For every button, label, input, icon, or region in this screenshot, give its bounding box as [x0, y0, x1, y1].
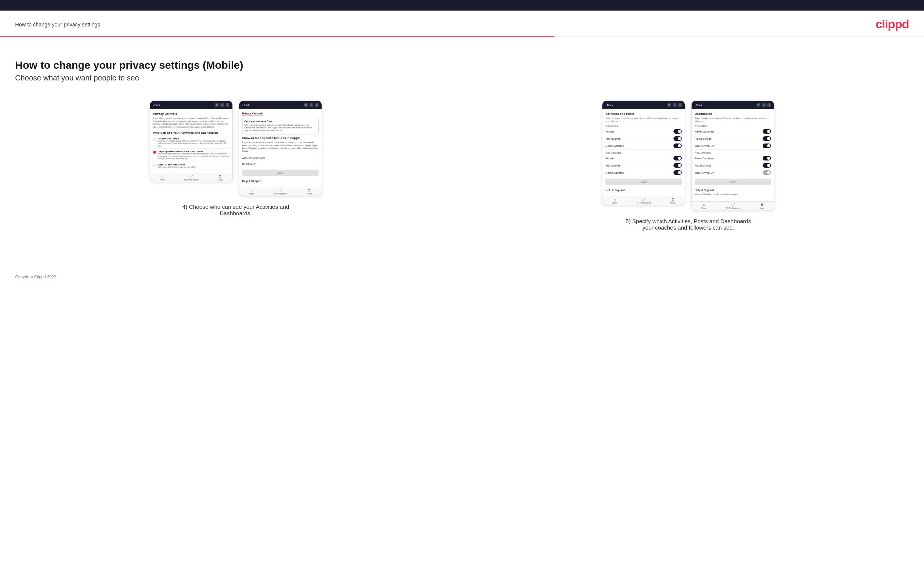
page-title: How to change your privacy settings (Mob…: [15, 59, 909, 71]
nav-performance-2[interactable]: 📈 My Performance: [274, 189, 288, 195]
followers-work-on-toggle[interactable]: [762, 170, 771, 175]
nav-performance-label-4: My Performance: [726, 207, 740, 209]
radio-you-coach-text: Only You and Your Coach Only you and the…: [158, 163, 229, 168]
ms1-icons: 🔍 👤 ⚙: [215, 103, 229, 107]
followers-player-toggle[interactable]: [762, 156, 771, 161]
followers-round-insights-toggle[interactable]: [762, 163, 771, 168]
settings-icon: ⚙: [226, 103, 229, 107]
nav-menu-4[interactable]: ☰ Menu: [759, 203, 764, 209]
dashboards-label: Dashboards: [242, 163, 257, 165]
nav-performance[interactable]: 📈 My Performance: [184, 175, 199, 181]
followers-manual-toggle[interactable]: [674, 170, 682, 175]
ms2-icons: 🔍 👤 ⚙: [304, 103, 318, 107]
ms2-popup-text: Only you and the coaches you connect wit…: [244, 124, 316, 132]
ms4-save[interactable]: Save: [695, 179, 771, 185]
nav-home-2[interactable]: ⌂ Home: [249, 189, 254, 195]
nav-performance-label-2: My Performance: [274, 193, 288, 195]
coaches-drills-label: Practice Drills: [606, 137, 620, 140]
ms4-nav: ⌂ Home 📈 My Performance ☰ Menu: [691, 201, 774, 210]
settings-icon-2: ⚙: [315, 103, 318, 107]
ms1-body-text: Control how you and your data appears to…: [153, 117, 229, 129]
coaches-player-toggle[interactable]: [762, 129, 771, 134]
footer: Copyright Clippd 2022: [0, 269, 924, 285]
nav-home-4[interactable]: ⌂ Home: [701, 203, 706, 209]
person-icon: 👤: [220, 103, 224, 107]
toggle-coaches-round-insights: Round Insights: [695, 135, 771, 142]
person-icon-3: 👤: [673, 103, 677, 107]
person-icon-4: 👤: [762, 103, 766, 107]
nav-menu-2[interactable]: ☰ Menu: [307, 189, 312, 195]
menu-icon-4: ☰: [761, 203, 763, 206]
ms3-body: Activities and Posts Select the types of…: [603, 109, 685, 196]
arrow-dashboards[interactable]: Dashboards ›: [242, 161, 318, 167]
menu-icon-2: ☰: [308, 189, 311, 192]
nav-home[interactable]: ⌂ Home: [160, 175, 165, 181]
ms2-save[interactable]: Save: [242, 169, 318, 176]
top-bar: [0, 0, 924, 11]
nav-menu-3[interactable]: ☰ Menu: [670, 198, 675, 204]
ms3-nav: ⌂ Home 📈 My Performance ☰ Menu: [603, 196, 685, 205]
coaches-work-on-toggle[interactable]: [762, 143, 771, 148]
ms4-coaches-label: COACHES: [695, 125, 771, 127]
option-you-coach[interactable]: Only You and Your Coach Only you and the…: [153, 162, 229, 170]
nav-performance-4[interactable]: 📈 My Performance: [726, 203, 740, 209]
arrow-activities[interactable]: Activities and Posts ›: [242, 155, 318, 161]
settings-icon-4: ⚙: [767, 103, 771, 107]
ms1-title: Privacy Controls: [153, 112, 229, 116]
followers-rounds-toggle[interactable]: [674, 156, 682, 161]
option-everyone[interactable]: Everyone on Clippd Everyone on Clippd ca…: [153, 136, 229, 149]
ms2-tab: Privacy Controls: [242, 112, 263, 116]
search-icon-4: 🔍: [757, 103, 760, 107]
screenshot-pair-2: ‹ Back 🔍 👤 ⚙ Activities and Posts Select…: [602, 100, 774, 210]
screenshot-4: ‹ Back 🔍 👤 ⚙ Dashboards Select the dashb…: [691, 100, 774, 210]
ms4-help-text: Visit our Clippd community to troublesho…: [695, 193, 771, 196]
option-followers-coach[interactable]: Only Approved Followers and Your Coach O…: [153, 149, 229, 162]
logo: clippd: [876, 18, 909, 31]
nav-performance-label-3: My Performance: [637, 201, 651, 204]
activities-label: Activities and Posts: [242, 157, 265, 160]
coaches-drills-toggle[interactable]: [674, 136, 682, 141]
ms3-followers-label: FOLLOWERS: [606, 152, 682, 154]
followers-drills-toggle[interactable]: [674, 163, 682, 168]
caption-2: 5) Specify which Activities, Posts and D…: [624, 218, 753, 231]
ms3-save[interactable]: Save: [606, 179, 682, 185]
coaches-manual-toggle[interactable]: [674, 143, 682, 148]
menu-icon-3: ☰: [672, 198, 674, 201]
toggle-followers-player: Player Dashboard: [695, 155, 771, 162]
home-icon-4: ⌂: [703, 203, 705, 206]
followers-round-insights-label: Round Insights: [695, 164, 711, 167]
copyright: Copyright Clippd 2022: [15, 274, 56, 279]
toggle-coaches-player: Player Dashboard: [695, 128, 771, 135]
toggle-followers-rounds: Rounds: [606, 155, 682, 162]
coaches-work-on-label: What To Work On: [695, 145, 714, 147]
search-icon-2: 🔍: [304, 103, 308, 107]
search-icon: 🔍: [215, 103, 219, 107]
nav-performance-3[interactable]: 📈 My Performance: [637, 198, 651, 204]
toggle-coaches-drills: Practice Drills: [606, 135, 682, 142]
nav-home-label-2: Home: [249, 193, 254, 195]
radio-followers-coach: [153, 151, 156, 154]
ms2-nav: ⌂ Home 📈 My Performance ☰ Menu: [239, 187, 321, 196]
toggle-followers-manual: Manual Activities: [606, 169, 682, 176]
toggle-followers-work-on: What To Work On: [695, 169, 771, 176]
coaches-round-insights-label: Round Insights: [695, 137, 711, 140]
ms3-title: Activities and Posts: [606, 112, 682, 116]
ms2-popup-title: Only You and Your Coach: [244, 120, 316, 123]
coaches-rounds-toggle[interactable]: [674, 129, 682, 134]
nav-menu-label: Menu: [218, 179, 223, 181]
radio-everyone: [153, 138, 156, 141]
nav-home-3[interactable]: ⌂ Home: [612, 198, 617, 204]
chart-icon-3: 📈: [642, 198, 646, 201]
nav-menu[interactable]: ☰ Menu: [218, 175, 223, 181]
group-2: ‹ Back 🔍 👤 ⚙ Activities and Posts Select…: [468, 100, 909, 231]
followers-work-on-label: What To Work On: [695, 171, 714, 174]
ms2-section-text: Regardless of the privacy controls that …: [242, 141, 318, 153]
toggle-coaches-work-on: What To Work On: [695, 142, 771, 150]
caption-1: 4) Choose who can see your Activities an…: [171, 203, 300, 216]
coaches-round-insights-toggle[interactable]: [762, 136, 771, 141]
ms2-body: Privacy Controls Only You and Your Coach…: [239, 109, 321, 187]
chart-icon-2: 📈: [278, 189, 282, 192]
screenshot-2: ‹ Back 🔍 👤 ⚙ Privacy Controls Only You a…: [239, 100, 322, 196]
page-subtitle: Choose what you want people to see: [15, 74, 909, 82]
toggle-followers-drills: Practice Drills: [606, 162, 682, 169]
